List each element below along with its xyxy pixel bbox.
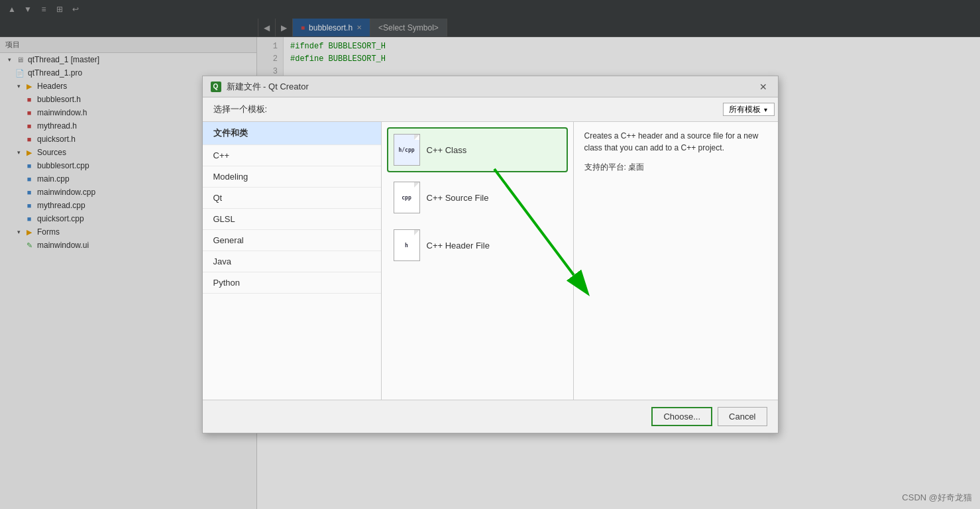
choose-button[interactable]: Choose... [651,407,712,426]
cpp-class-label: C++ Class [427,145,467,155]
category-python[interactable]: Python [203,272,381,294]
category-panel: 文件和类 C++ Modeling Qt GLSL General [203,122,382,400]
dialog-title-icon: Q [211,82,221,92]
template-panel: h/cpp C++ Class cpp C++ Source File h C+… [382,122,574,400]
category-cpp[interactable]: C++ [203,145,381,166]
cpp-header-icon: h [394,229,420,261]
cpp-source-label: C++ Source File [427,193,489,203]
dialog-titlebar: Q 新建文件 - Qt Creator ✕ [203,76,778,97]
dialog-subtitle: 选择一个模板: [213,103,268,115]
dialog-overlay: Q 新建文件 - Qt Creator ✕ 选择一个模板: 所有模板 C++ Q… [0,0,980,509]
description-platform: 支持的平台: 桌面 [584,162,767,173]
dialog-footer: Choose... Cancel [203,400,778,433]
template-cpp-class[interactable]: h/cpp C++ Class [387,127,568,172]
category-qt[interactable]: Qt [203,188,381,209]
template-cpp-source[interactable]: cpp C++ Source File [387,175,568,220]
dialog-title-text: 新建文件 - Qt Creator [227,81,751,93]
category-modeling[interactable]: Modeling [203,166,381,188]
description-panel: Creates a C++ header and a source file f… [574,122,778,400]
new-file-dialog: Q 新建文件 - Qt Creator ✕ 选择一个模板: 所有模板 C++ Q… [202,76,779,433]
category-general[interactable]: General [203,230,381,251]
dialog-body: 文件和类 C++ Modeling Qt GLSL General [203,121,778,400]
cpp-header-label: C++ Header File [427,241,490,251]
cancel-button[interactable]: Cancel [718,407,767,426]
dialog-close-button[interactable]: ✕ [757,80,770,93]
cpp-class-icon: h/cpp [394,134,420,166]
template-cpp-header[interactable]: h C++ Header File [387,223,568,268]
category-glsl[interactable]: GLSL [203,209,381,230]
category-files-classes[interactable]: 文件和类 [203,122,381,145]
qt-logo: Q [213,83,219,90]
category-java[interactable]: Java [203,251,381,272]
template-filter-select[interactable]: 所有模板 C++ Qt General [723,103,775,116]
description-text: Creates a C++ header and a source file f… [584,130,767,154]
cpp-source-icon: cpp [394,182,420,213]
